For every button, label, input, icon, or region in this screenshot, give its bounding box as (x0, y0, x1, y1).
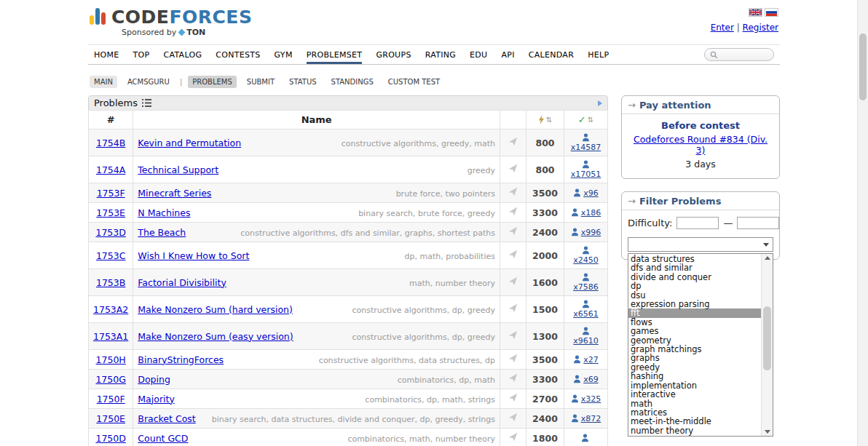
nav-item[interactable]: CONTESTS (216, 45, 260, 64)
problem-name-link[interactable]: Minecraft Series (138, 188, 211, 199)
sort-icon[interactable]: ⇅ (546, 116, 552, 124)
solved-count-link[interactable]: x17051 (569, 160, 603, 179)
dropdown-scrollbar-thumb[interactable] (763, 306, 771, 370)
nav-item[interactable]: API (501, 45, 514, 64)
subnav-item[interactable]: SUBMIT (242, 76, 279, 88)
english-flag-icon[interactable] (749, 8, 762, 17)
difficulty-label: Difficulty: (628, 218, 672, 228)
solved-count-link[interactable]: x2450 (569, 246, 603, 265)
expand-arrow-icon[interactable] (598, 100, 602, 106)
problem-id-link[interactable]: 1750E (96, 413, 125, 424)
column-header-solved[interactable]: ✓ ⇅ (564, 111, 608, 130)
problem-id-link[interactable]: 1753A1 (93, 331, 128, 342)
solved-count-link[interactable]: x186 (569, 208, 603, 218)
nav-item[interactable]: PROBLEMSET (307, 45, 363, 64)
nav-item[interactable]: CALENDAR (529, 45, 574, 64)
problem-id-link[interactable]: 1753F (97, 188, 125, 199)
problem-id-link[interactable]: 1753D (95, 227, 125, 238)
enter-link[interactable]: Enter (711, 23, 734, 33)
problem-name-link[interactable]: Factorial Divisibility (138, 277, 226, 288)
nav-item[interactable]: EDU (470, 45, 487, 64)
solved-count-link[interactable]: x96 (569, 188, 603, 198)
problem-name-link[interactable]: BinaryStringForces (138, 354, 224, 365)
solved-count-link[interactable] (569, 434, 603, 442)
dropdown-option[interactable]: dp (628, 282, 761, 290)
solved-count-link[interactable]: x7586 (569, 273, 603, 292)
list-icon[interactable] (142, 99, 151, 107)
dropdown-option[interactable]: hashing (628, 372, 761, 381)
dropdown-option[interactable]: games (628, 327, 761, 335)
dropdown-option[interactable]: graphs (628, 354, 761, 362)
subnav-item[interactable]: ACMSGURU (123, 76, 174, 88)
problem-name-link[interactable]: Majority (138, 394, 174, 405)
problem-id-link[interactable]: 1750G (95, 374, 126, 385)
column-header-difficulty[interactable]: ⇅ (526, 111, 564, 130)
problem-id-link[interactable]: 1750F (97, 394, 125, 405)
dropdown-option[interactable]: divide and conquer (628, 273, 761, 282)
solved-count-link[interactable]: x14587 (569, 133, 603, 152)
scroll-down-icon[interactable] (762, 428, 773, 435)
problem-name-link[interactable]: Wish I Knew How to Sort (138, 250, 249, 261)
scroll-up-icon[interactable] (762, 255, 773, 262)
solved-count-link[interactable]: x872 (569, 414, 603, 423)
subnav-item[interactable]: PROBLEMS (188, 76, 237, 88)
problem-id-link[interactable]: 1750D (95, 433, 125, 444)
dropdown-option[interactable]: meet-in-the-middle (628, 417, 761, 426)
column-header-name[interactable]: Name (133, 111, 500, 130)
problem-name-link[interactable]: Make Nonzero Sum (hard version) (138, 304, 293, 315)
logo[interactable]: CODEFORCES Sponsored byTON (90, 8, 252, 37)
search-input[interactable] (721, 49, 772, 60)
problem-name-link[interactable]: Count GCD (138, 433, 188, 444)
problem-id-link[interactable]: 1750H (96, 354, 126, 365)
problem-name-link[interactable]: N Machines (138, 207, 190, 218)
nav-item[interactable]: CATALOG (164, 45, 202, 64)
problem-name-link[interactable]: Doping (138, 374, 170, 385)
problem-name-link[interactable]: Kevin and Permutation (138, 138, 241, 148)
dropdown-option[interactable]: number theory (628, 426, 761, 435)
problem-id-link[interactable]: 1754A (96, 164, 125, 175)
dropdown-option[interactable]: dfs and similar (628, 263, 761, 272)
problem-name-link[interactable]: Bracket Cost (138, 413, 195, 424)
subnav-item[interactable]: STATUS (285, 76, 321, 88)
tag-select[interactable] (628, 237, 773, 252)
solved-count-link[interactable]: x27 (569, 355, 603, 365)
nav-item[interactable]: GROUPS (376, 45, 411, 64)
problem-id-link[interactable]: 1753E (96, 207, 125, 218)
subnav-item[interactable]: STANDINGS (327, 76, 378, 88)
dropdown-option[interactable]: fft (628, 308, 761, 317)
solved-count-link[interactable]: x9610 (569, 327, 603, 346)
solved-count-link[interactable]: x69 (569, 375, 603, 384)
search-box[interactable] (704, 48, 774, 61)
solved-count-link[interactable]: x325 (569, 394, 603, 404)
dropdown-option[interactable]: expression parsing (628, 300, 761, 308)
solved-count-link[interactable]: x996 (569, 228, 603, 237)
subnav-item[interactable]: | (180, 76, 182, 88)
problem-id-link[interactable]: 1753A2 (93, 304, 128, 315)
contest-link[interactable]: Codeforces Round #834 (Div. 3) (628, 134, 773, 156)
problem-id-link[interactable]: 1753C (96, 250, 126, 261)
subnav-item[interactable]: CUSTOM TEST (384, 76, 444, 88)
dropdown-option[interactable]: interactive (628, 390, 761, 399)
sort-icon[interactable]: ⇅ (588, 116, 593, 124)
nav-item[interactable]: HOME (94, 45, 119, 64)
dropdown-scrollbar[interactable] (761, 254, 773, 436)
nav-item[interactable]: HELP (588, 45, 609, 64)
difficulty-max-input[interactable] (737, 217, 779, 229)
problem-name-link[interactable]: Technical Support (138, 164, 218, 175)
problem-id-link[interactable]: 1754B (96, 138, 125, 148)
caption-arrow-icon: → (628, 100, 636, 111)
problem-name-link[interactable]: The Beach (138, 227, 186, 238)
solved-count-link[interactable]: x6561 (569, 300, 603, 319)
page-scrollbar[interactable] (857, 0, 868, 446)
russian-flag-icon[interactable] (765, 8, 778, 17)
subnav-item[interactable]: MAIN (90, 76, 117, 88)
nav-item[interactable]: RATING (425, 45, 456, 64)
difficulty-min-input[interactable] (676, 217, 719, 229)
problem-name-link[interactable]: Make Nonzero Sum (easy version) (138, 331, 293, 342)
nav-item[interactable]: GYM (275, 45, 293, 64)
register-link[interactable]: Register (743, 23, 778, 33)
problem-id-link[interactable]: 1753B (96, 277, 125, 288)
nav-item[interactable]: TOP (133, 45, 150, 64)
page-scrollbar-thumb[interactable] (859, 33, 867, 100)
column-header-id[interactable]: # (89, 111, 133, 130)
